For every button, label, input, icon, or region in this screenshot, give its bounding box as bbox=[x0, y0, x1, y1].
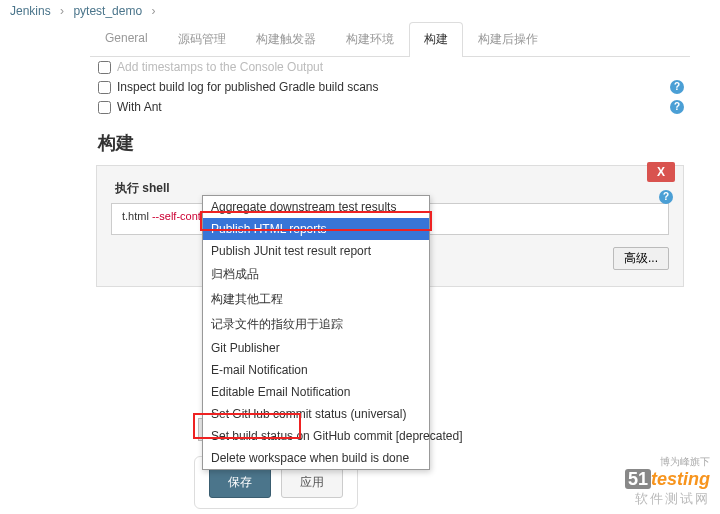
tab-scm[interactable]: 源码管理 bbox=[163, 22, 241, 56]
menu-item[interactable]: 归档成品 bbox=[203, 262, 429, 287]
tab-env[interactable]: 构建环境 bbox=[331, 22, 409, 56]
cmd-text: t.html bbox=[122, 210, 152, 222]
menu-item[interactable]: Set build status on GitHub commit [depre… bbox=[203, 425, 429, 447]
menu-item[interactable]: 记录文件的指纹用于追踪 bbox=[203, 312, 429, 337]
checkbox[interactable] bbox=[98, 61, 111, 74]
option-label: With Ant bbox=[117, 100, 162, 114]
breadcrumb: Jenkins › pytest_demo › bbox=[0, 0, 720, 22]
chevron-right-icon: › bbox=[151, 4, 155, 18]
tab-general[interactable]: General bbox=[90, 22, 163, 56]
section-title-build: 构建 bbox=[90, 117, 690, 165]
option-label: Add timestamps to the Console Output bbox=[117, 60, 323, 74]
watermark: 博为峰旗下 51testing 软件测试网 bbox=[625, 455, 710, 508]
save-button[interactable]: 保存 bbox=[209, 467, 271, 498]
menu-item[interactable]: Set GitHub commit status (universal) bbox=[203, 403, 429, 425]
post-build-dropdown: Aggregate downstream test results Publis… bbox=[202, 195, 430, 470]
help-icon[interactable]: ? bbox=[659, 190, 673, 204]
option-timestamps: Add timestamps to the Console Output bbox=[90, 57, 690, 77]
tab-triggers[interactable]: 构建触发器 bbox=[241, 22, 331, 56]
checkbox[interactable] bbox=[98, 81, 111, 94]
menu-item-publish-html[interactable]: Publish HTML reports bbox=[203, 218, 429, 240]
delete-step-button[interactable]: X bbox=[647, 162, 675, 182]
menu-item[interactable]: E-mail Notification bbox=[203, 359, 429, 381]
config-tabs: General 源码管理 构建触发器 构建环境 构建 构建后操作 bbox=[90, 22, 690, 57]
help-icon[interactable]: ? bbox=[670, 80, 684, 94]
breadcrumb-project[interactable]: pytest_demo bbox=[73, 4, 142, 18]
advanced-button[interactable]: 高级... bbox=[613, 247, 669, 270]
watermark-tag: 博为峰旗下 bbox=[625, 455, 710, 469]
watermark-sub: 软件测试网 bbox=[625, 490, 710, 508]
help-icon[interactable]: ? bbox=[670, 100, 684, 114]
option-gradle-scans: Inspect build log for published Gradle b… bbox=[90, 77, 690, 97]
tab-build[interactable]: 构建 bbox=[409, 22, 463, 57]
chevron-right-icon: › bbox=[60, 4, 64, 18]
apply-button[interactable]: 应用 bbox=[281, 467, 343, 498]
checkbox[interactable] bbox=[98, 101, 111, 114]
breadcrumb-root[interactable]: Jenkins bbox=[10, 4, 51, 18]
menu-item[interactable]: Publish JUnit test result report bbox=[203, 240, 429, 262]
option-label: Inspect build log for published Gradle b… bbox=[117, 80, 379, 94]
tab-post[interactable]: 构建后操作 bbox=[463, 22, 553, 56]
menu-item[interactable]: Aggregate downstream test results bbox=[203, 196, 429, 218]
option-with-ant: With Ant ? bbox=[90, 97, 690, 117]
menu-item[interactable]: 构建其他工程 bbox=[203, 287, 429, 312]
watermark-brand: 51testing bbox=[625, 469, 710, 490]
menu-item[interactable]: Delete workspace when build is done bbox=[203, 447, 429, 469]
menu-item[interactable]: Git Publisher bbox=[203, 337, 429, 359]
menu-item[interactable]: Editable Email Notification bbox=[203, 381, 429, 403]
